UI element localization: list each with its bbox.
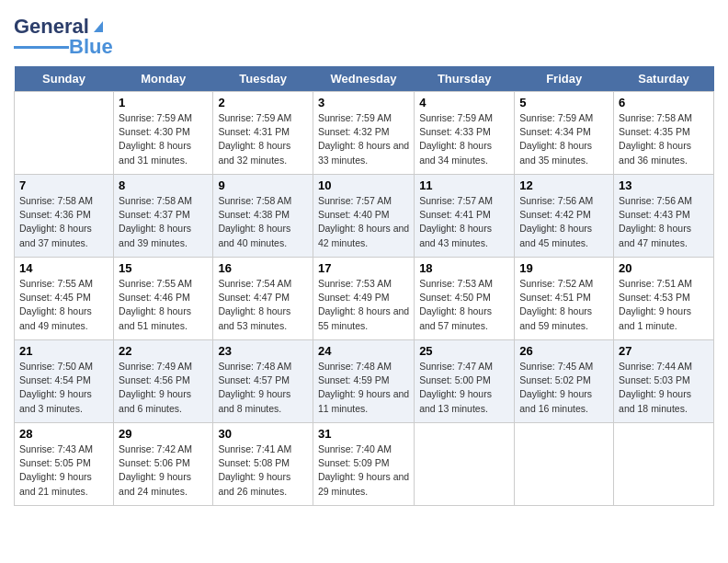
calendar-cell: 15Sunrise: 7:55 AMSunset: 4:46 PMDayligh… <box>114 258 213 340</box>
cell-info: Sunrise: 7:54 AMSunset: 4:47 PMDaylight:… <box>218 277 308 333</box>
date-number: 1 <box>119 96 208 109</box>
day-header-sunday: Sunday <box>15 66 114 92</box>
logo-line <box>14 46 69 49</box>
calendar-cell: 14Sunrise: 7:55 AMSunset: 4:45 PMDayligh… <box>15 258 114 340</box>
calendar-cell: 20Sunrise: 7:51 AMSunset: 4:53 PMDayligh… <box>614 258 714 340</box>
calendar-cell: 7Sunrise: 7:58 AMSunset: 4:36 PMDaylight… <box>15 175 114 258</box>
date-number: 30 <box>218 427 308 441</box>
date-number: 27 <box>619 344 709 358</box>
date-number: 18 <box>419 261 509 275</box>
date-number: 6 <box>619 96 709 109</box>
date-number: 28 <box>19 427 108 441</box>
date-number: 24 <box>318 344 409 358</box>
cell-info: Sunrise: 7:47 AMSunset: 5:00 PMDaylight:… <box>419 360 509 416</box>
date-number: 14 <box>19 261 108 275</box>
date-number: 8 <box>119 178 208 192</box>
day-header-wednesday: Wednesday <box>313 66 414 92</box>
date-number: 25 <box>419 344 509 358</box>
date-number: 31 <box>318 427 409 441</box>
cell-info: Sunrise: 7:53 AMSunset: 4:49 PMDaylight:… <box>318 277 409 333</box>
cell-info: Sunrise: 7:59 AMSunset: 4:31 PMDaylight:… <box>218 111 308 167</box>
week-row-3: 14Sunrise: 7:55 AMSunset: 4:45 PMDayligh… <box>15 258 714 340</box>
cell-info: Sunrise: 7:45 AMSunset: 5:02 PMDaylight:… <box>519 360 609 416</box>
calendar-cell: 1Sunrise: 7:59 AMSunset: 4:30 PMDaylight… <box>114 92 213 175</box>
day-header-saturday: Saturday <box>614 66 714 92</box>
logo-arrow-icon <box>90 17 107 34</box>
cell-info: Sunrise: 7:59 AMSunset: 4:32 PMDaylight:… <box>318 111 409 167</box>
date-number: 2 <box>218 96 308 109</box>
calendar-cell: 18Sunrise: 7:53 AMSunset: 4:50 PMDayligh… <box>415 258 515 340</box>
date-number: 26 <box>519 344 609 358</box>
date-number: 19 <box>519 261 609 275</box>
cell-info: Sunrise: 7:42 AMSunset: 5:06 PMDaylight:… <box>119 442 208 499</box>
date-number: 16 <box>218 261 308 275</box>
date-number: 4 <box>419 96 509 109</box>
calendar-cell: 9Sunrise: 7:58 AMSunset: 4:38 PMDaylight… <box>213 175 313 258</box>
cell-info: Sunrise: 7:59 AMSunset: 4:30 PMDaylight:… <box>119 111 208 167</box>
cell-info: Sunrise: 7:57 AMSunset: 4:40 PMDaylight:… <box>318 194 409 250</box>
cell-info: Sunrise: 7:56 AMSunset: 4:42 PMDaylight:… <box>519 194 609 250</box>
calendar-cell: 2Sunrise: 7:59 AMSunset: 4:31 PMDaylight… <box>213 92 313 175</box>
day-header-thursday: Thursday <box>415 66 515 92</box>
calendar-cell: 8Sunrise: 7:58 AMSunset: 4:37 PMDaylight… <box>114 175 213 258</box>
date-number: 17 <box>318 261 409 275</box>
cell-info: Sunrise: 7:58 AMSunset: 4:36 PMDaylight:… <box>19 194 108 250</box>
cell-info: Sunrise: 7:58 AMSunset: 4:38 PMDaylight:… <box>218 194 308 250</box>
calendar-cell: 30Sunrise: 7:41 AMSunset: 5:08 PMDayligh… <box>213 423 313 506</box>
week-row-1: 1Sunrise: 7:59 AMSunset: 4:30 PMDaylight… <box>15 92 714 175</box>
header-row: SundayMondayTuesdayWednesdayThursdayFrid… <box>15 66 714 92</box>
cell-info: Sunrise: 7:59 AMSunset: 4:34 PMDaylight:… <box>519 111 609 167</box>
calendar-cell <box>515 423 614 506</box>
logo-general: General <box>14 17 89 37</box>
calendar-cell <box>415 423 515 506</box>
cell-info: Sunrise: 7:48 AMSunset: 4:57 PMDaylight:… <box>218 360 308 416</box>
cell-info: Sunrise: 7:44 AMSunset: 5:03 PMDaylight:… <box>619 360 709 416</box>
date-number: 11 <box>419 178 509 192</box>
calendar-cell: 11Sunrise: 7:57 AMSunset: 4:41 PMDayligh… <box>415 175 515 258</box>
calendar-cell: 27Sunrise: 7:44 AMSunset: 5:03 PMDayligh… <box>614 340 714 423</box>
calendar-cell <box>15 92 114 175</box>
cell-info: Sunrise: 7:48 AMSunset: 4:59 PMDaylight:… <box>318 360 409 416</box>
header: General Blue <box>14 9 714 59</box>
date-number: 7 <box>19 178 108 192</box>
week-row-2: 7Sunrise: 7:58 AMSunset: 4:36 PMDaylight… <box>15 175 714 258</box>
date-number: 13 <box>619 178 709 192</box>
svg-marker-0 <box>94 21 103 32</box>
cell-info: Sunrise: 7:41 AMSunset: 5:08 PMDaylight:… <box>218 442 308 499</box>
calendar-cell: 12Sunrise: 7:56 AMSunset: 4:42 PMDayligh… <box>515 175 614 258</box>
date-number: 21 <box>19 344 108 358</box>
logo: General Blue <box>14 17 113 59</box>
calendar-cell: 4Sunrise: 7:59 AMSunset: 4:33 PMDaylight… <box>415 92 515 175</box>
calendar-cell: 6Sunrise: 7:58 AMSunset: 4:35 PMDaylight… <box>614 92 714 175</box>
date-number: 12 <box>519 178 609 192</box>
calendar-cell: 13Sunrise: 7:56 AMSunset: 4:43 PMDayligh… <box>614 175 714 258</box>
cell-info: Sunrise: 7:50 AMSunset: 4:54 PMDaylight:… <box>19 360 108 416</box>
logo-blue: Blue <box>69 35 113 59</box>
cell-info: Sunrise: 7:55 AMSunset: 4:45 PMDaylight:… <box>19 277 108 333</box>
date-number: 5 <box>519 96 609 109</box>
date-number: 23 <box>218 344 308 358</box>
calendar-cell: 29Sunrise: 7:42 AMSunset: 5:06 PMDayligh… <box>114 423 213 506</box>
calendar-cell: 28Sunrise: 7:43 AMSunset: 5:05 PMDayligh… <box>15 423 114 506</box>
calendar-cell <box>614 423 714 506</box>
calendar-cell: 23Sunrise: 7:48 AMSunset: 4:57 PMDayligh… <box>213 340 313 423</box>
date-number: 29 <box>119 427 208 441</box>
cell-info: Sunrise: 7:58 AMSunset: 4:37 PMDaylight:… <box>119 194 208 250</box>
calendar-cell: 17Sunrise: 7:53 AMSunset: 4:49 PMDayligh… <box>313 258 414 340</box>
calendar-cell: 24Sunrise: 7:48 AMSunset: 4:59 PMDayligh… <box>313 340 414 423</box>
cell-info: Sunrise: 7:59 AMSunset: 4:33 PMDaylight:… <box>419 111 509 167</box>
day-header-friday: Friday <box>515 66 614 92</box>
calendar-cell: 3Sunrise: 7:59 AMSunset: 4:32 PMDaylight… <box>313 92 414 175</box>
calendar-cell: 25Sunrise: 7:47 AMSunset: 5:00 PMDayligh… <box>415 340 515 423</box>
day-header-tuesday: Tuesday <box>213 66 313 92</box>
cell-info: Sunrise: 7:52 AMSunset: 4:51 PMDaylight:… <box>519 277 609 333</box>
cell-info: Sunrise: 7:49 AMSunset: 4:56 PMDaylight:… <box>119 360 208 416</box>
date-number: 15 <box>119 261 208 275</box>
calendar-cell: 21Sunrise: 7:50 AMSunset: 4:54 PMDayligh… <box>15 340 114 423</box>
date-number: 22 <box>119 344 208 358</box>
calendar-cell: 19Sunrise: 7:52 AMSunset: 4:51 PMDayligh… <box>515 258 614 340</box>
cell-info: Sunrise: 7:43 AMSunset: 5:05 PMDaylight:… <box>19 442 108 499</box>
cell-info: Sunrise: 7:58 AMSunset: 4:35 PMDaylight:… <box>619 111 709 167</box>
date-number: 10 <box>318 178 409 192</box>
calendar-cell: 10Sunrise: 7:57 AMSunset: 4:40 PMDayligh… <box>313 175 414 258</box>
